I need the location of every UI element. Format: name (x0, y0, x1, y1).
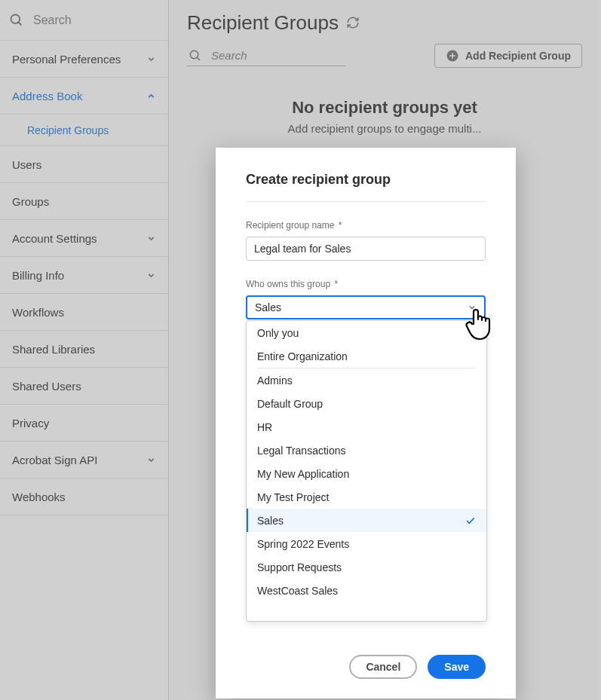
dropdown-option-my-test-project[interactable]: My Test Project (247, 485, 486, 509)
dropdown-option-hr[interactable]: HR (247, 415, 486, 439)
modal-title: Create recipient group (246, 172, 486, 202)
recipient-group-name-input[interactable] (246, 237, 486, 261)
cancel-button[interactable]: Cancel (349, 655, 417, 679)
owner-field-label: Who owns this group * (246, 279, 486, 289)
dropdown-option-admins[interactable]: Admins (247, 368, 486, 392)
dropdown-option-label: Sales (257, 515, 284, 527)
dropdown-option-label: My New Application (257, 468, 349, 480)
dropdown-option-my-new-application[interactable]: My New Application (247, 462, 486, 485)
owner-select[interactable]: Sales (246, 295, 486, 319)
dropdown-option-spring-2022-events[interactable]: Spring 2022 Events (247, 532, 486, 555)
dropdown-option-only-you[interactable]: Only you (247, 321, 486, 344)
dropdown-option-entire-organization[interactable]: Entire Organization (247, 344, 486, 368)
dropdown-option-label: HR (257, 421, 272, 433)
dropdown-option-westcoast-sales[interactable]: WestCoast Sales (247, 579, 486, 602)
dropdown-option-label: WestCoast Sales (257, 585, 338, 597)
dropdown-option-label: Entire Organization (257, 350, 348, 362)
save-button[interactable]: Save (428, 655, 486, 679)
dropdown-option-legal-transactions[interactable]: Legal Transactions (247, 439, 486, 462)
dropdown-option-label: Admins (257, 374, 293, 387)
name-field-label: Recipient group name * (246, 220, 486, 231)
dropdown-option-label: Support Requests (257, 561, 342, 573)
dropdown-option-sales[interactable]: Sales (247, 509, 486, 532)
dropdown-option-support-requests[interactable]: Support Requests (247, 555, 486, 579)
dropdown-option-label: Only you (257, 327, 299, 339)
dropdown-option-default-group[interactable]: Default Group (247, 392, 486, 415)
owner-select-value: Sales (255, 301, 281, 313)
dropdown-option-label: My Test Project (257, 491, 329, 503)
check-icon (465, 515, 476, 526)
dropdown-option-label: Spring 2022 Events (257, 538, 349, 550)
dropdown-option-label: Legal Transactions (257, 445, 346, 457)
chevron-down-icon (468, 303, 477, 312)
dropdown-option-label: Default Group (257, 398, 323, 410)
owner-dropdown[interactable]: Only youEntire OrganizationAdminsDefault… (246, 320, 487, 622)
